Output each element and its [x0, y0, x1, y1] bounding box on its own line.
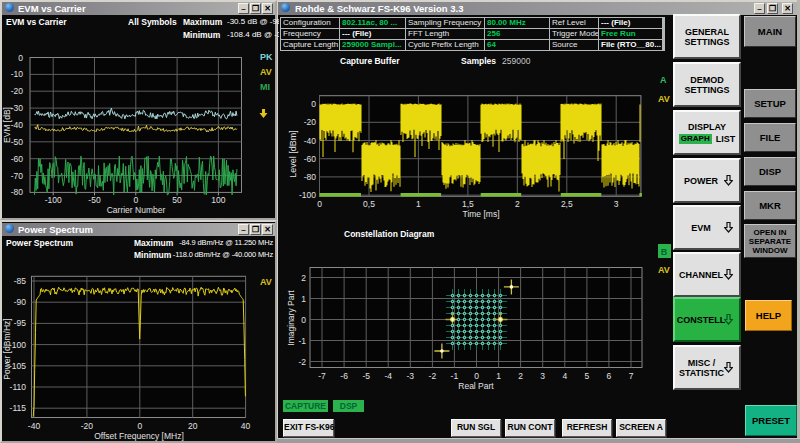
svg-text:-30: -30 — [11, 103, 24, 113]
svg-text:-3: -3 — [407, 371, 415, 381]
svg-text:AV: AV — [260, 277, 272, 287]
svg-text:Real Part: Real Part — [458, 381, 494, 391]
svg-text:4: 4 — [562, 371, 567, 381]
svg-text:1: 1 — [301, 294, 306, 304]
svg-text:Offset Frequency [MHz]: Offset Frequency [MHz] — [94, 431, 184, 441]
svg-text:PK: PK — [260, 52, 273, 62]
svg-text:-2: -2 — [429, 371, 437, 381]
svg-text:0: 0 — [133, 195, 138, 205]
svg-text:1,5: 1,5 — [462, 199, 474, 209]
svg-text:AV: AV — [260, 67, 272, 77]
svg-text:Power [dBm/Hz]: Power [dBm/Hz] — [2, 318, 12, 379]
svg-text:-40: -40 — [28, 421, 41, 431]
svg-text:-5: -5 — [362, 371, 370, 381]
svg-text:-20: -20 — [81, 421, 94, 431]
svg-text:-100: -100 — [45, 195, 62, 205]
svg-text:0,5: 0,5 — [363, 199, 375, 209]
svg-text:40: 40 — [241, 421, 251, 431]
svg-text:0: 0 — [311, 99, 316, 109]
svg-text:-115: -115 — [10, 403, 27, 413]
svg-text:3: 3 — [614, 199, 619, 209]
svg-text:EVM [dB]: EVM [dB] — [2, 107, 12, 143]
svg-text:B: B — [661, 247, 668, 257]
svg-text:-95: -95 — [14, 318, 27, 328]
svg-text:-7: -7 — [318, 371, 326, 381]
svg-text:-70: -70 — [11, 171, 24, 181]
svg-text:-50: -50 — [88, 195, 101, 205]
svg-text:-40: -40 — [11, 120, 24, 130]
svg-text:2: 2 — [518, 371, 523, 381]
svg-text:-1: -1 — [298, 336, 306, 346]
svg-text:MI: MI — [260, 82, 270, 92]
svg-text:2,5: 2,5 — [561, 199, 573, 209]
svg-text:-100: -100 — [299, 190, 316, 200]
svg-text:Level [dBm]: Level [dBm] — [288, 130, 298, 178]
svg-text:AV: AV — [658, 94, 670, 104]
svg-text:-6: -6 — [340, 371, 348, 381]
svg-text:0: 0 — [474, 371, 479, 381]
svg-text:0: 0 — [18, 53, 23, 63]
svg-text:1: 1 — [496, 371, 501, 381]
svg-text:-10: -10 — [11, 69, 24, 79]
svg-text:-85: -85 — [14, 276, 27, 286]
svg-text:2: 2 — [515, 199, 520, 209]
svg-text:6: 6 — [607, 371, 612, 381]
svg-text:0: 0 — [301, 315, 306, 325]
svg-text:5: 5 — [585, 371, 590, 381]
svg-text:-60: -60 — [304, 154, 317, 164]
svg-text:Imaginary Part: Imaginary Part — [286, 290, 296, 346]
svg-text:0: 0 — [317, 199, 322, 209]
svg-text:2: 2 — [301, 273, 306, 283]
svg-text:-40: -40 — [304, 136, 317, 146]
svg-text:3: 3 — [540, 371, 545, 381]
svg-text:Carrier Number: Carrier Number — [107, 205, 166, 215]
svg-text:100: 100 — [211, 195, 225, 205]
svg-text:-2: -2 — [298, 357, 306, 367]
svg-text:-4: -4 — [384, 371, 392, 381]
svg-text:7: 7 — [629, 371, 634, 381]
svg-text:0: 0 — [137, 421, 142, 431]
svg-text:-60: -60 — [11, 154, 24, 164]
svg-text:20: 20 — [188, 421, 198, 431]
svg-text:-110: -110 — [10, 382, 27, 392]
svg-text:-20: -20 — [304, 117, 317, 127]
svg-text:A: A — [660, 75, 667, 85]
svg-text:-80: -80 — [304, 172, 317, 182]
svg-text:-20: -20 — [11, 86, 24, 96]
svg-text:Time [ms]: Time [ms] — [463, 209, 500, 219]
svg-text:-80: -80 — [11, 187, 24, 197]
svg-text:50: 50 — [172, 195, 182, 205]
svg-text:-90: -90 — [14, 297, 27, 307]
svg-text:1: 1 — [416, 199, 421, 209]
svg-text:-1: -1 — [451, 371, 459, 381]
svg-text:-50: -50 — [11, 137, 24, 147]
svg-text:AV: AV — [658, 265, 670, 275]
